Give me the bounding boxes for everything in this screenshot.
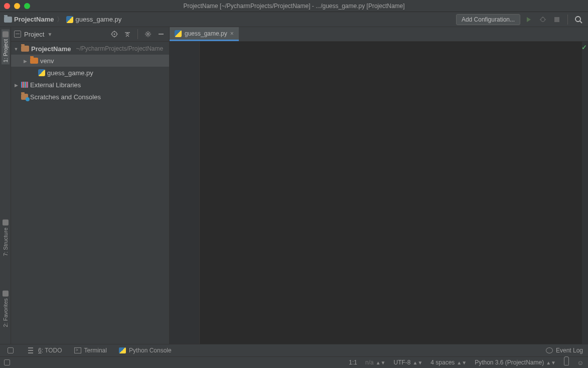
editor-tab-label: guess_game.py	[185, 30, 227, 37]
project-tree[interactable]: ProjectName ~/PycharmProjects/ProjectNam…	[11, 42, 169, 344]
svg-line-19	[146, 32, 147, 33]
tree-item-label: External Libraries	[30, 81, 81, 89]
scratches-icon	[21, 94, 28, 100]
libraries-icon	[21, 82, 28, 88]
project-view-icon	[14, 31, 21, 38]
project-tool-window: Project ▼ ProjectName ~/PycharmPro	[11, 27, 170, 344]
sidebar-tab-structure[interactable]: 7: Structure	[2, 218, 10, 258]
analysis-ok-icon[interactable]: ✓	[581, 44, 587, 51]
sidebar-tab-favorites-label: 2: Favorites	[3, 298, 9, 327]
breadcrumb-project[interactable]: ProjectName	[4, 16, 54, 23]
run-button[interactable]	[523, 14, 534, 25]
debug-button[interactable]	[537, 14, 548, 25]
stop-button[interactable]	[551, 14, 562, 25]
editor-body: ✓	[170, 42, 588, 344]
tree-item-venv[interactable]: venv	[11, 55, 169, 67]
sidebar-tab-project-label: 1: Project	[3, 39, 9, 62]
collapse-all-button[interactable]	[122, 29, 132, 39]
updown-icon: ▲▼	[457, 360, 467, 365]
editor-gutter[interactable]	[170, 42, 200, 344]
bottom-tab-todo-label: : TODO	[42, 347, 62, 354]
terminal-icon	[74, 347, 81, 353]
todo-icon	[28, 347, 35, 353]
project-tab-icon	[3, 31, 9, 37]
status-indent[interactable]: 4 spaces ▲▼	[430, 359, 467, 366]
status-indent-label: 4 spaces	[430, 359, 455, 366]
status-caret-position[interactable]: 1:1	[349, 359, 357, 366]
expand-toggle[interactable]	[22, 58, 28, 64]
status-bar: 1:1 n/a ▲▼ UTF-8 ▲▼ 4 spaces ▲▼ Python 3…	[0, 356, 588, 368]
svg-rect-4	[554, 17, 559, 22]
tree-item-label: guess_game.py	[47, 69, 93, 77]
editor-text-area[interactable]	[200, 42, 582, 344]
svg-line-21	[146, 36, 147, 37]
tree-root-path: ~/PycharmProjects/ProjectName	[76, 45, 163, 52]
python-file-icon	[66, 16, 73, 23]
add-configuration-button[interactable]: Add Configuration...	[456, 14, 520, 25]
status-inspections[interactable]	[577, 359, 584, 366]
status-readonly-toggle[interactable]	[564, 359, 569, 365]
settings-button[interactable]	[143, 29, 153, 39]
tree-item-scratches[interactable]: Scratches and Consoles	[11, 91, 169, 103]
bottom-tab-todo[interactable]: 6: TODO	[28, 347, 62, 354]
toolbar-right: Add Configuration...	[456, 14, 584, 25]
status-interpreter[interactable]: Python 3.6 (ProjectName) ▲▼	[475, 359, 556, 366]
search-everywhere-button[interactable]	[573, 14, 584, 25]
lock-icon	[564, 359, 569, 365]
project-tool-title-label: Project	[24, 31, 44, 38]
status-encoding[interactable]: UTF-8 ▲▼	[394, 359, 423, 366]
bottom-tab-terminal[interactable]: Terminal	[74, 347, 107, 354]
tree-item-external-libraries[interactable]: External Libraries	[11, 79, 169, 91]
bottom-tab-python-console-label: Python Console	[129, 347, 172, 354]
editor-column: guess_game.py × ✓	[170, 27, 588, 344]
svg-line-22	[150, 32, 151, 33]
tree-item-label: venv	[40, 57, 54, 65]
editor-tab-active[interactable]: guess_game.py ×	[170, 27, 239, 41]
bottom-tab-todo-key: 6	[38, 347, 42, 354]
expand-toggle[interactable]	[13, 46, 19, 52]
updown-icon: ▲▼	[376, 360, 386, 365]
status-line-separator[interactable]: n/a ▲▼	[365, 359, 385, 366]
tree-root[interactable]: ProjectName ~/PycharmProjects/ProjectNam…	[11, 43, 169, 55]
svg-line-20	[150, 36, 151, 37]
project-tool-title[interactable]: Project ▼	[14, 31, 106, 38]
main-area: 1: Project 7: Structure 2: Favorites Pro…	[0, 27, 588, 344]
python-console-icon	[119, 347, 126, 353]
left-tool-gutter: 1: Project 7: Structure 2: Favorites	[0, 27, 11, 344]
locate-button[interactable]	[109, 29, 119, 39]
hide-tool-window-button[interactable]	[156, 29, 166, 39]
window-title: ProjectName [~/PycharmProjects/ProjectNa…	[0, 3, 588, 10]
project-tool-header: Project ▼	[11, 27, 169, 42]
bottom-tab-event-log[interactable]: Event Log	[546, 347, 583, 354]
titlebar: ProjectName [~/PycharmProjects/ProjectNa…	[0, 0, 588, 12]
tree-item-file[interactable]: guess_game.py	[11, 67, 169, 79]
folder-icon	[30, 58, 38, 64]
quick-access-icon[interactable]	[8, 347, 14, 353]
editor-right-gutter: ✓	[582, 42, 588, 344]
structure-tab-icon	[3, 220, 9, 226]
chevron-down-icon: ▼	[47, 32, 52, 37]
svg-point-0	[541, 18, 545, 22]
sidebar-tab-project[interactable]: 1: Project	[2, 29, 10, 64]
bottom-tab-event-log-label: Event Log	[556, 347, 583, 354]
status-caret-label: 1:1	[349, 359, 357, 366]
breadcrumb-file[interactable]: guess_game.py	[66, 16, 121, 23]
toolbar-divider	[567, 15, 568, 25]
folder-icon	[4, 17, 12, 23]
tool-windows-toggle[interactable]	[4, 359, 10, 365]
svg-point-8	[114, 34, 115, 35]
folder-icon	[21, 46, 29, 52]
bottom-tab-python-console[interactable]: Python Console	[119, 347, 172, 354]
hector-icon	[577, 359, 584, 366]
python-file-icon	[175, 30, 182, 37]
python-file-icon	[38, 69, 45, 76]
status-encoding-label: UTF-8	[394, 359, 411, 366]
breadcrumb-file-label: guess_game.py	[75, 16, 121, 23]
updown-icon: ▲▼	[413, 360, 423, 365]
expand-toggle[interactable]	[13, 82, 19, 88]
close-tab-button[interactable]: ×	[230, 30, 234, 37]
sidebar-tab-favorites[interactable]: 2: Favorites	[2, 288, 10, 329]
bottom-tab-terminal-label: Terminal	[84, 347, 107, 354]
status-line-sep-label: n/a	[365, 359, 374, 366]
tree-item-label: Scratches and Consoles	[30, 93, 101, 101]
